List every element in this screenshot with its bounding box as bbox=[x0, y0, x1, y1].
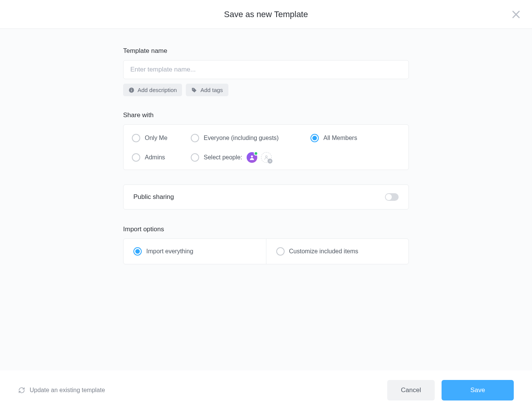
radio-icon bbox=[132, 153, 140, 162]
svg-point-5 bbox=[193, 89, 194, 89]
avatar[interactable] bbox=[247, 152, 257, 163]
radio-icon bbox=[191, 134, 199, 142]
radio-icon bbox=[132, 134, 140, 142]
radio-label: All Members bbox=[323, 135, 357, 141]
radio-label: Only Me bbox=[145, 135, 168, 141]
dialog-footer: Update an existing template Cancel Save bbox=[0, 370, 532, 410]
share-option-select-people[interactable]: Select people: + bbox=[188, 152, 307, 163]
import-options-label: Import options bbox=[123, 226, 409, 233]
radio-label: Import everything bbox=[146, 248, 193, 255]
import-options-panel: Import everything Customize included ite… bbox=[123, 238, 409, 264]
update-existing-template-label: Update an existing template bbox=[30, 387, 105, 394]
import-option-customize[interactable]: Customize included items bbox=[266, 239, 409, 264]
radio-label: Everyone (including guests) bbox=[204, 135, 279, 141]
refresh-icon bbox=[18, 387, 25, 394]
info-icon bbox=[128, 87, 135, 93]
add-description-label: Add description bbox=[138, 87, 177, 93]
add-tags-label: Add tags bbox=[200, 87, 223, 93]
dialog-title: Save as new Template bbox=[224, 10, 308, 19]
share-with-panel: Only Me Everyone (including guests) All … bbox=[123, 124, 409, 170]
radio-icon bbox=[191, 153, 199, 162]
cancel-button[interactable]: Cancel bbox=[387, 380, 435, 400]
svg-point-7 bbox=[266, 156, 268, 157]
dialog-header: Save as new Template bbox=[0, 0, 532, 29]
toggle-knob bbox=[386, 194, 392, 200]
add-description-button[interactable]: Add description bbox=[123, 84, 182, 96]
radio-label: Admins bbox=[145, 154, 165, 161]
share-option-only-me[interactable]: Only Me bbox=[129, 134, 188, 142]
person-icon bbox=[249, 154, 255, 161]
svg-rect-4 bbox=[131, 89, 131, 89]
svg-rect-3 bbox=[131, 89, 131, 91]
cancel-label: Cancel bbox=[401, 386, 421, 394]
update-existing-template-link[interactable]: Update an existing template bbox=[18, 387, 105, 394]
share-with-label: Share with bbox=[123, 111, 409, 119]
share-option-admins[interactable]: Admins bbox=[129, 153, 188, 162]
radio-icon bbox=[276, 247, 285, 256]
share-option-all-members[interactable]: All Members bbox=[307, 134, 403, 142]
save-label: Save bbox=[470, 386, 485, 394]
public-sharing-panel: Public sharing bbox=[123, 184, 409, 210]
presence-indicator bbox=[254, 151, 258, 156]
close-button[interactable] bbox=[511, 9, 521, 20]
public-sharing-label: Public sharing bbox=[133, 193, 174, 201]
template-name-input[interactable] bbox=[123, 60, 409, 79]
save-button[interactable]: Save bbox=[442, 380, 514, 400]
plus-icon: + bbox=[268, 159, 272, 164]
add-tags-button[interactable]: Add tags bbox=[186, 84, 228, 96]
close-icon bbox=[511, 9, 521, 20]
import-option-everything[interactable]: Import everything bbox=[124, 239, 266, 264]
svg-point-6 bbox=[251, 156, 253, 157]
add-person-button[interactable]: + bbox=[261, 152, 272, 163]
radio-icon bbox=[133, 247, 142, 256]
share-option-everyone[interactable]: Everyone (including guests) bbox=[188, 134, 307, 142]
radio-label: Select people: bbox=[204, 154, 242, 161]
radio-label: Customize included items bbox=[289, 248, 358, 255]
tag-icon bbox=[191, 87, 197, 93]
template-name-label: Template name bbox=[123, 47, 409, 55]
dialog-body: Template name Add description Add tags S… bbox=[0, 29, 532, 370]
public-sharing-toggle[interactable] bbox=[385, 193, 399, 201]
radio-icon bbox=[310, 134, 319, 142]
